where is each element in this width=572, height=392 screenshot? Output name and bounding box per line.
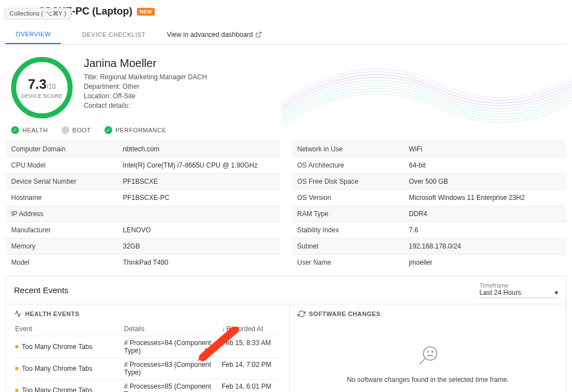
sort-down-icon: ↓ bbox=[222, 325, 225, 333]
prop-label: Computer Domain bbox=[11, 145, 123, 153]
event-details: # Processes=83 (Component Type) bbox=[124, 361, 222, 376]
device-score-ring: 7.3/10 DEVICE SCORE bbox=[11, 57, 73, 118]
prop-label: Model bbox=[11, 259, 123, 266]
score-label: DEVICE SCORE bbox=[21, 93, 63, 99]
prop-value: 64-bit bbox=[409, 161, 426, 169]
prop-row: User Namejmoeller bbox=[292, 254, 566, 270]
prop-row: Stability Index7.6 bbox=[292, 222, 566, 238]
prop-row: OS VersionMicrosoft Windows 11 Enterpris… bbox=[292, 189, 566, 205]
props-right: Network in UseWiFiOS Architecture64-bitO… bbox=[292, 141, 566, 270]
refresh-icon bbox=[298, 310, 306, 318]
warning-dot-icon bbox=[15, 367, 18, 370]
prop-value: Microsoft Windows 11 Enterprise 23H2 bbox=[409, 194, 525, 202]
empty-text: No software changes found in the selecte… bbox=[347, 376, 509, 384]
status-performance[interactable]: ✓ PERFORMANCE bbox=[104, 126, 166, 134]
col-details[interactable]: Details bbox=[124, 325, 222, 333]
prop-row: IP Address bbox=[6, 205, 280, 222]
prop-label: Hostname bbox=[11, 194, 123, 202]
prop-value: 7.6 bbox=[409, 226, 418, 234]
empty-state: No software changes found in the selecte… bbox=[298, 322, 558, 392]
event-row[interactable]: Too Many Chrome Tabs# Processes=84 (Comp… bbox=[14, 336, 282, 358]
recent-events-title: Recent Events bbox=[14, 285, 69, 295]
status-boot[interactable]: BOOT bbox=[61, 126, 91, 134]
event-details: # Processes=85 (Component Type) bbox=[124, 383, 222, 392]
event-row[interactable]: Too Many Chrome Tabs# Processes=85 (Comp… bbox=[14, 380, 282, 392]
user-contact: Contact details: bbox=[84, 102, 566, 109]
col-time-label: Recorded At bbox=[226, 325, 263, 333]
dot-icon bbox=[61, 126, 69, 134]
prop-value: DDR4 bbox=[409, 210, 427, 218]
prop-label: Memory bbox=[11, 242, 123, 250]
prop-label: Subnet bbox=[297, 242, 409, 250]
timeframe-value: Last 24 Hours bbox=[479, 289, 521, 297]
prop-value: PF1BSCXE bbox=[123, 178, 158, 185]
prop-label: RAM Type bbox=[297, 210, 409, 218]
advanced-link-label: View in advanced dashboard bbox=[167, 31, 253, 39]
props-left: Computer Domainnbttech.comCPU ModelIntel… bbox=[6, 141, 280, 270]
user-name: Janina Moeller bbox=[84, 57, 566, 70]
event-time: Feb 14, 6:01 PM bbox=[222, 383, 280, 392]
prop-value: jmoeller bbox=[409, 259, 432, 266]
user-location: Location: Off-Site bbox=[84, 92, 566, 100]
status-health-label: HEALTH bbox=[22, 127, 48, 133]
prop-label: OS Free Disk Space bbox=[297, 178, 409, 185]
chevron-down-icon: ▾ bbox=[555, 289, 558, 297]
collections-tooltip: Collections ( ⌥⌘Y ) bbox=[4, 8, 71, 20]
prop-label: Stability Index bbox=[297, 226, 409, 234]
prop-row: RAM TypeDDR4 bbox=[292, 205, 566, 222]
svg-point-3 bbox=[432, 351, 433, 352]
prop-label: CPU Model bbox=[11, 161, 123, 169]
score-max: /10 bbox=[46, 83, 56, 90]
prop-row: OS Free Disk SpaceOver 500 GB bbox=[292, 173, 566, 189]
check-icon: ✓ bbox=[11, 126, 19, 134]
prop-row: ManufacturerLENOVO bbox=[6, 222, 280, 238]
software-changes-title: SOFTWARE CHANGES bbox=[309, 310, 380, 317]
status-boot-label: BOOT bbox=[73, 127, 91, 133]
col-recorded-at[interactable]: ↓ Recorded At bbox=[222, 325, 280, 333]
health-events-title: HEALTH EVENTS bbox=[25, 310, 79, 317]
prop-row: Subnet192.168.178.0/24 bbox=[292, 238, 566, 254]
prop-row: HostnamePF1BSCXE-PC bbox=[6, 189, 280, 205]
event-time: Feb 15, 8:33 AM bbox=[222, 339, 280, 355]
prop-value: WiFi bbox=[409, 145, 422, 153]
score-value: 7.3 bbox=[28, 77, 46, 92]
prop-row: Computer Domainnbttech.com bbox=[6, 141, 280, 157]
event-name: Too Many Chrome Tabs bbox=[15, 361, 124, 376]
prop-value: 32GB bbox=[123, 242, 140, 250]
prop-value: nbttech.com bbox=[123, 145, 159, 153]
svg-point-2 bbox=[427, 351, 428, 352]
prop-row: OS Architecture64-bit bbox=[292, 157, 566, 173]
advanced-dashboard-link[interactable]: View in advanced dashboard bbox=[167, 31, 262, 39]
tab-device-checklist[interactable]: DEVICE CHECKLIST bbox=[72, 26, 156, 44]
prop-row: ModelThinkPad T490 bbox=[6, 254, 280, 270]
status-health[interactable]: ✓ HEALTH bbox=[11, 126, 48, 134]
event-name: Too Many Chrome Tabs bbox=[15, 339, 124, 355]
new-badge: NEW bbox=[137, 8, 155, 16]
prop-label: Device Serial Number bbox=[11, 178, 123, 185]
prop-value: PF1BSCXE-PC bbox=[123, 194, 169, 202]
tab-overview[interactable]: OVERVIEW bbox=[6, 25, 61, 44]
svg-point-0 bbox=[423, 347, 437, 360]
prop-label: User Name bbox=[297, 259, 409, 266]
prop-value: LENOVO bbox=[123, 226, 151, 234]
prop-value: Intel(R) Core(TM) i7-8665U CPU @ 1.90GHz bbox=[123, 161, 258, 169]
prop-label: OS Architecture bbox=[297, 161, 409, 169]
prop-label: Manufacturer bbox=[11, 226, 123, 234]
prop-value: 192.168.178.0/24 bbox=[409, 242, 461, 250]
prop-value: Over 500 GB bbox=[409, 178, 448, 185]
timeframe-label: Timeframe bbox=[479, 282, 558, 289]
prop-row: CPU ModelIntel(R) Core(TM) i7-8665U CPU … bbox=[6, 157, 280, 173]
timeframe-select[interactable]: Last 24 Hours ▾ bbox=[479, 289, 558, 298]
event-name: Too Many Chrome Tabs bbox=[15, 383, 124, 392]
warning-dot-icon bbox=[15, 389, 18, 392]
warning-dot-icon bbox=[15, 345, 18, 348]
col-event[interactable]: Event bbox=[15, 325, 124, 333]
prop-row: Network in UseWiFi bbox=[292, 141, 566, 157]
external-link-icon bbox=[255, 31, 262, 38]
prop-value: ThinkPad T490 bbox=[123, 259, 168, 266]
svg-line-1 bbox=[420, 358, 425, 364]
status-performance-label: PERFORMANCE bbox=[116, 127, 166, 133]
event-row[interactable]: Too Many Chrome Tabs# Processes=83 (Comp… bbox=[14, 358, 282, 380]
check-icon: ✓ bbox=[104, 126, 112, 134]
user-department: Department: Other bbox=[84, 83, 566, 90]
